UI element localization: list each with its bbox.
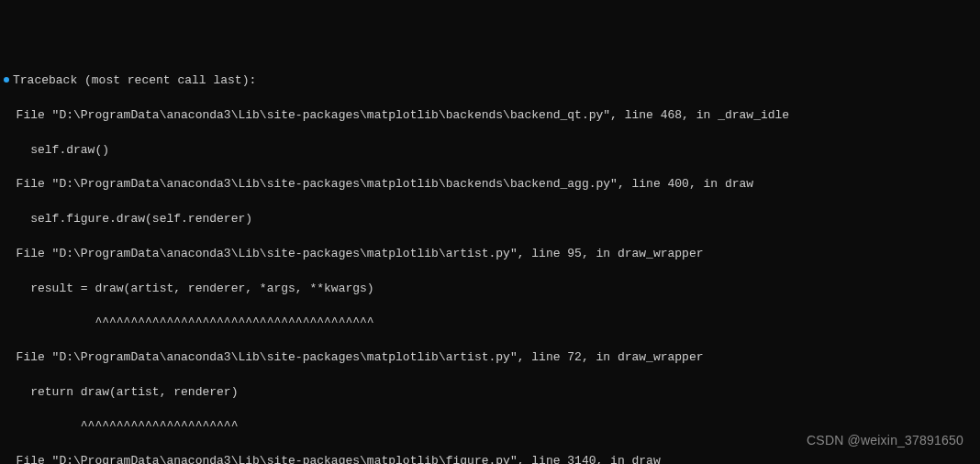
- watermark-text: CSDN @weixin_37891650: [807, 431, 963, 449]
- frame-location: File "D:\ProgramData\anaconda3\Lib\site-…: [2, 107, 978, 125]
- frame-code: self.draw(): [2, 142, 978, 160]
- frame-code: self.figure.draw(self.renderer): [2, 211, 978, 228]
- frame-location: File "D:\ProgramData\anaconda3\Lib\site-…: [2, 453, 978, 464]
- frame-location: File "D:\ProgramData\anaconda3\Lib\site-…: [2, 246, 978, 263]
- frame-code: result = draw(artist, renderer, *args, *…: [2, 281, 978, 298]
- frame-location: File "D:\ProgramData\anaconda3\Lib\site-…: [2, 176, 978, 193]
- traceback-header: Traceback (most recent call last):: [2, 72, 978, 90]
- log-bullet-icon: [4, 77, 9, 83]
- traceback-header-text: Traceback (most recent call last):: [13, 73, 256, 87]
- frame-location: File "D:\ProgramData\anaconda3\Lib\site-…: [2, 349, 978, 367]
- frame-code: return draw(artist, renderer): [2, 384, 978, 402]
- frame-caret: ^^^^^^^^^^^^^^^^^^^^^^^^^^^^^^^^^^^^^^^: [2, 315, 978, 332]
